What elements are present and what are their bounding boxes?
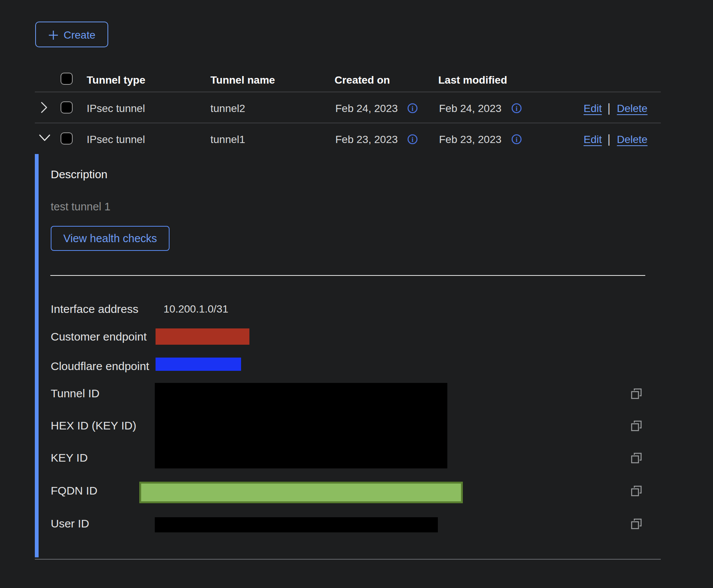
svg-text:i: i	[411, 105, 413, 112]
svg-text:i: i	[515, 105, 517, 112]
svg-text:i: i	[411, 136, 413, 143]
svg-text:i: i	[515, 136, 517, 143]
